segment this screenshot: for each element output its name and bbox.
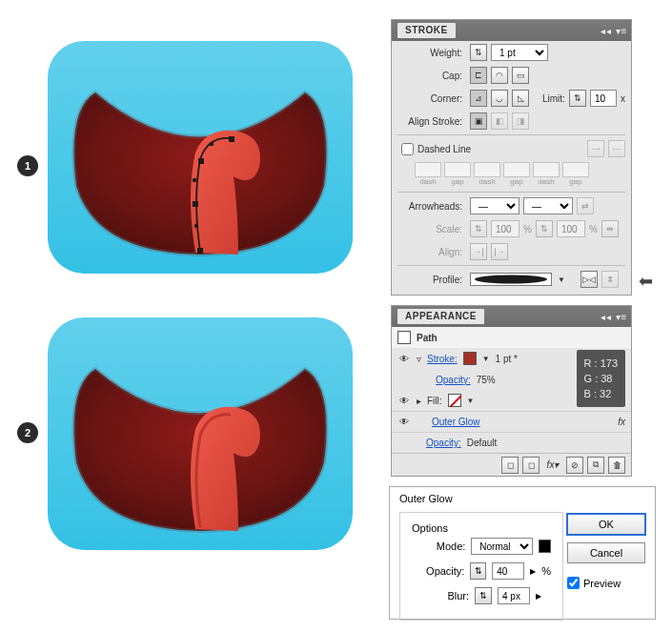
- artwork-step-1: [48, 33, 353, 283]
- pct-suffix: %: [541, 565, 551, 577]
- arrow-end-select[interactable]: —: [523, 197, 573, 214]
- preview-label: Preview: [583, 578, 621, 589]
- stroke-opacity-link[interactable]: Opacity:: [436, 375, 471, 385]
- new-effect-button[interactable]: fx▾: [543, 459, 562, 470]
- delete-item-button[interactable]: 🗑: [608, 457, 625, 474]
- limit-suffix: x: [621, 93, 625, 104]
- preview-checkbox[interactable]: [567, 577, 580, 589]
- dash-align-button[interactable]: ⟝: [608, 140, 625, 157]
- cap-butt-button[interactable]: ⊏: [470, 67, 487, 84]
- fill-label: Fill:: [427, 396, 442, 406]
- blur-stepper[interactable]: ⇅: [475, 587, 492, 604]
- stroke-weight-value[interactable]: 1 pt *: [496, 354, 518, 364]
- svg-point-5: [194, 224, 198, 228]
- options-legend: Options: [412, 522, 448, 534]
- scale-start-input: [491, 220, 519, 237]
- artwork-svg-2: [48, 310, 353, 558]
- arrow-swap-button[interactable]: ⇄: [577, 197, 594, 214]
- visibility-toggle[interactable]: 👁: [397, 396, 411, 406]
- panel-caret-icon[interactable]: ◂◂: [601, 312, 610, 322]
- fill-none-swatch[interactable]: [448, 394, 461, 407]
- limit-label: Limit:: [542, 93, 565, 104]
- swatch-dropdown-icon[interactable]: ▼: [467, 397, 475, 405]
- corner-label: Corner:: [397, 93, 466, 104]
- svg-rect-4: [229, 136, 234, 142]
- cap-round-button[interactable]: ◠: [491, 67, 508, 84]
- global-opacity-link[interactable]: Opacity:: [426, 438, 461, 448]
- dash-preserve-button[interactable]: ⟞: [587, 140, 604, 157]
- scale-start-stepper: ⇅: [470, 220, 487, 237]
- opacity-input[interactable]: [492, 562, 524, 580]
- appearance-tab[interactable]: APPEARANCE: [397, 309, 484, 324]
- duplicate-item-button[interactable]: ⧉: [587, 457, 604, 474]
- new-stroke-button[interactable]: ◻: [501, 457, 519, 474]
- visibility-toggle[interactable]: 👁: [397, 417, 411, 427]
- corner-bevel-button[interactable]: ◺: [512, 90, 529, 107]
- visibility-toggle[interactable]: 👁: [397, 354, 411, 364]
- object-name: Path: [417, 333, 438, 343]
- profile-select[interactable]: [470, 273, 552, 286]
- blur-flyout-icon[interactable]: ▶: [536, 592, 541, 601]
- callout-arrow-icon: ⬅: [639, 271, 653, 292]
- artwork-step-2: [48, 310, 353, 560]
- disclosure-icon[interactable]: ▸: [417, 396, 421, 406]
- weight-select[interactable]: 1 pt: [491, 44, 548, 61]
- svg-rect-3: [198, 158, 204, 164]
- appearance-footer: ◻ ◻ fx▾ ⊘ ⧉ 🗑: [392, 453, 631, 476]
- limit-input[interactable]: [590, 90, 617, 107]
- corner-miter-button[interactable]: ⊿: [470, 90, 487, 107]
- dashed-line-checkbox[interactable]: [401, 143, 414, 155]
- weight-label: Weight:: [397, 48, 466, 58]
- scale-label: Scale:: [397, 224, 466, 234]
- flip-across-button[interactable]: ⧗: [601, 271, 619, 288]
- weight-link-icon[interactable]: ⇅: [470, 44, 487, 61]
- swatch-dropdown-icon[interactable]: ▼: [482, 355, 490, 363]
- global-opacity-value: Default: [467, 438, 498, 448]
- svg-point-7: [210, 142, 214, 146]
- stroke-tab[interactable]: STROKE: [397, 23, 456, 38]
- outer-glow-dialog: Outer Glow Options Mode: Normal Opacity:…: [389, 486, 656, 620]
- arrow-start-select[interactable]: —: [470, 197, 519, 214]
- cap-projecting-button[interactable]: ▭: [512, 67, 529, 84]
- panel-menu-icon[interactable]: ▾≡: [616, 312, 625, 322]
- clear-appearance-button[interactable]: ⊘: [566, 457, 583, 474]
- glow-color-swatch[interactable]: [539, 540, 551, 553]
- stroke-panel-header: STROKE ◂◂ ▾≡: [392, 20, 631, 41]
- scale-end-stepper: ⇅: [536, 220, 553, 237]
- mode-select[interactable]: Normal: [471, 538, 532, 555]
- limit-stepper[interactable]: ⇅: [569, 90, 586, 107]
- stroke-panel: STROKE ◂◂ ▾≡ Weight: ⇅ 1 pt Cap: ⊏ ◠ ▭ C…: [391, 19, 632, 296]
- profile-label: Profile:: [397, 275, 466, 285]
- fx-badge-icon: fx: [618, 417, 625, 427]
- cancel-button[interactable]: Cancel: [567, 542, 645, 563]
- corner-round-button[interactable]: ◡: [491, 90, 508, 107]
- dashed-line-label: Dashed Line: [417, 144, 471, 154]
- appearance-panel-header: APPEARANCE ◂◂ ▾≡: [392, 306, 631, 327]
- dash-gap-row: dash gap dash gap dash gap: [392, 160, 631, 190]
- align-inside-button[interactable]: ◧: [491, 112, 508, 130]
- profile-dropdown-icon[interactable]: ▼: [558, 275, 565, 284]
- flip-along-button[interactable]: ▷◁: [580, 271, 598, 288]
- scale-link-icon: ⇹: [601, 220, 619, 237]
- align-center-button[interactable]: ▣: [470, 112, 487, 130]
- stroke-color-swatch[interactable]: [463, 352, 477, 365]
- arrow-align-label: Align:: [397, 247, 466, 257]
- stroke-link[interactable]: Stroke:: [427, 354, 458, 364]
- disclosure-icon[interactable]: ▿: [417, 354, 421, 364]
- panel-menu-icon[interactable]: ▾≡: [616, 26, 625, 36]
- align-outside-button[interactable]: ◨: [512, 112, 529, 130]
- step-badge-1: 1: [17, 155, 38, 176]
- new-fill-button[interactable]: ◻: [522, 457, 540, 474]
- outer-glow-link[interactable]: Outer Glow: [432, 417, 480, 427]
- scale-end-input: [557, 220, 585, 237]
- ok-button[interactable]: OK: [567, 514, 645, 535]
- panel-caret-icon[interactable]: ◂◂: [601, 26, 610, 36]
- mode-label: Mode:: [412, 540, 465, 552]
- object-thumb: [397, 331, 411, 344]
- opacity-stepper[interactable]: ⇅: [470, 562, 486, 580]
- opacity-flyout-icon[interactable]: ▶: [530, 567, 536, 576]
- blur-input[interactable]: [498, 587, 530, 604]
- svg-point-6: [193, 178, 196, 182]
- svg-rect-2: [193, 201, 198, 207]
- align-stroke-label: Align Stroke:: [397, 116, 466, 127]
